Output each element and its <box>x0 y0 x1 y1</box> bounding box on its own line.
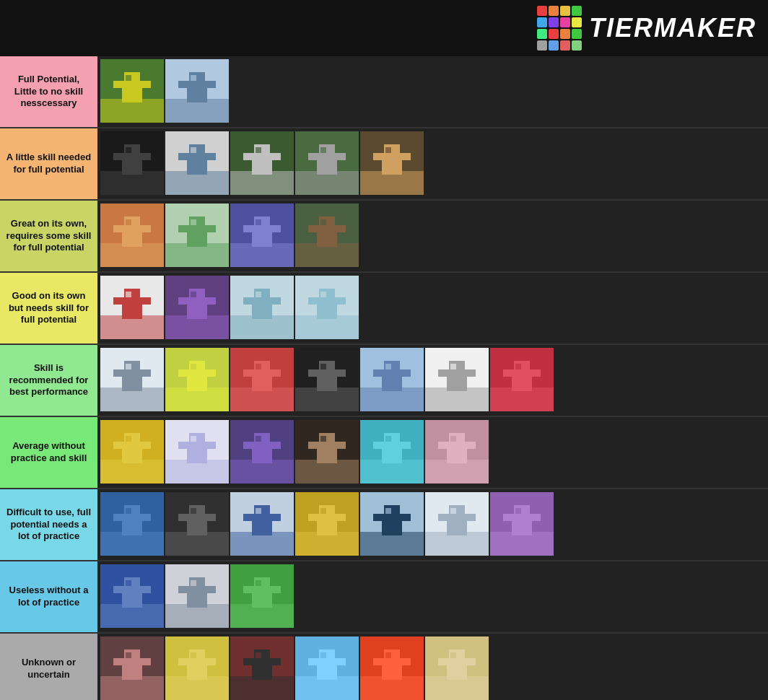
tier-item-a2[interactable] <box>165 131 229 195</box>
logo-cell-2 <box>560 6 570 16</box>
tier-item-h2[interactable] <box>165 636 229 700</box>
tier-item-d1[interactable] <box>100 348 164 411</box>
tier-row-tier-c: Good on its own but needs skill for full… <box>0 273 768 345</box>
tier-item-g3[interactable] <box>230 564 294 628</box>
tier-item-e2[interactable] <box>165 420 229 484</box>
tier-item-g1[interactable] <box>100 564 164 628</box>
tier-label-tier-h: Unknown or uncertain <box>0 634 97 700</box>
tier-item-d4[interactable] <box>295 348 359 411</box>
logo-cell-1 <box>549 6 559 16</box>
tier-items-tier-g <box>97 561 768 632</box>
logo-cell-4 <box>537 17 547 27</box>
logo-cell-11 <box>572 29 582 39</box>
tier-item-b1[interactable] <box>100 204 164 267</box>
tier-item-d7[interactable] <box>490 348 554 411</box>
tier-item-h4[interactable] <box>295 636 359 700</box>
tier-item-a1[interactable] <box>100 131 164 195</box>
tier-row-tier-a: A little skill needed for full potential <box>0 128 768 201</box>
logo-cell-0 <box>537 6 547 16</box>
logo-cell-8 <box>537 29 547 39</box>
logo-cell-5 <box>549 17 559 27</box>
tier-item-h6[interactable] <box>425 636 489 700</box>
tier-label-tier-b: Great on its own, requires some skill fo… <box>0 201 97 271</box>
tier-label-tier-s: Full Potential, Little to no skill nessc… <box>0 56 97 127</box>
tier-item-f5[interactable] <box>360 492 424 556</box>
logo-cell-15 <box>572 40 582 51</box>
tier-item-h5[interactable] <box>360 636 424 700</box>
tier-item-c1[interactable] <box>100 276 164 339</box>
tier-item-h3[interactable] <box>230 636 294 700</box>
tier-label-tier-d: Skill is recommended for best performanc… <box>0 345 97 416</box>
logo: TiERMAKER <box>537 6 756 51</box>
logo-text: TiERMAKER <box>589 13 756 43</box>
tier-list: Full Potential, Little to no skill nessc… <box>0 56 768 700</box>
tier-items-tier-e <box>97 417 768 488</box>
tier-label-tier-g: Useless without a lot of practice <box>0 561 97 632</box>
logo-cell-3 <box>572 6 582 16</box>
tier-items-tier-a <box>97 128 768 199</box>
tier-item-g2[interactable] <box>165 564 229 628</box>
tier-item-a5[interactable] <box>360 131 424 195</box>
tier-label-tier-c: Good on its own but needs skill for full… <box>0 273 97 344</box>
tier-row-tier-h: Unknown or uncertain <box>0 634 768 700</box>
logo-cell-14 <box>560 40 570 51</box>
tier-item-e5[interactable] <box>360 420 424 484</box>
tier-items-tier-d <box>97 345 768 416</box>
logo-cell-12 <box>537 40 547 51</box>
logo-cell-6 <box>560 17 570 27</box>
tier-item-f1[interactable] <box>100 492 164 556</box>
tier-item-s1[interactable] <box>100 59 164 123</box>
tier-row-tier-b: Great on its own, requires some skill fo… <box>0 201 768 273</box>
tier-item-f4[interactable] <box>295 492 359 556</box>
tier-item-b3[interactable] <box>230 204 294 267</box>
tier-label-tier-a: A little skill needed for full potential <box>0 128 97 199</box>
tier-items-tier-f <box>97 489 768 560</box>
tier-row-tier-g: Useless without a lot of practice <box>0 561 768 634</box>
logo-cell-10 <box>560 29 570 39</box>
tier-items-tier-s <box>97 56 768 127</box>
tier-row-tier-e: Average without practice and skill <box>0 417 768 489</box>
tier-row-tier-f: Difficult to use, full potential needs a… <box>0 489 768 561</box>
tier-item-a4[interactable] <box>295 131 359 195</box>
tier-item-e4[interactable] <box>295 420 359 484</box>
tier-item-f2[interactable] <box>165 492 229 556</box>
tier-item-c2[interactable] <box>165 276 229 339</box>
tier-item-f7[interactable] <box>490 492 554 556</box>
tier-item-c3[interactable] <box>230 276 294 339</box>
tier-item-e6[interactable] <box>425 420 489 484</box>
logo-cell-9 <box>549 29 559 39</box>
tier-item-d6[interactable] <box>425 348 489 411</box>
tier-items-tier-b <box>97 201 768 271</box>
tier-item-f3[interactable] <box>230 492 294 556</box>
tier-label-tier-e: Average without practice and skill <box>0 417 97 488</box>
tier-items-tier-c <box>97 273 768 344</box>
tier-item-d3[interactable] <box>230 348 294 411</box>
tier-row-tier-d: Skill is recommended for best performanc… <box>0 345 768 417</box>
tier-item-d2[interactable] <box>165 348 229 411</box>
tier-item-c4[interactable] <box>295 276 359 339</box>
tier-item-h1[interactable] <box>100 636 164 700</box>
tier-item-s2[interactable] <box>165 59 229 123</box>
tier-item-e1[interactable] <box>100 420 164 484</box>
tier-items-tier-h <box>97 634 768 700</box>
header: TiERMAKER <box>0 0 768 56</box>
logo-grid <box>537 6 582 51</box>
tier-row-tier-s: Full Potential, Little to no skill nessc… <box>0 56 768 128</box>
logo-cell-7 <box>572 17 582 27</box>
tier-label-tier-f: Difficult to use, full potential needs a… <box>0 489 97 560</box>
tier-item-b2[interactable] <box>165 204 229 267</box>
tier-item-a3[interactable] <box>230 131 294 195</box>
tier-item-f6[interactable] <box>425 492 489 556</box>
logo-cell-13 <box>549 40 559 51</box>
tier-item-b4[interactable] <box>295 204 359 267</box>
tier-item-d5[interactable] <box>360 348 424 411</box>
tier-item-e3[interactable] <box>230 420 294 484</box>
